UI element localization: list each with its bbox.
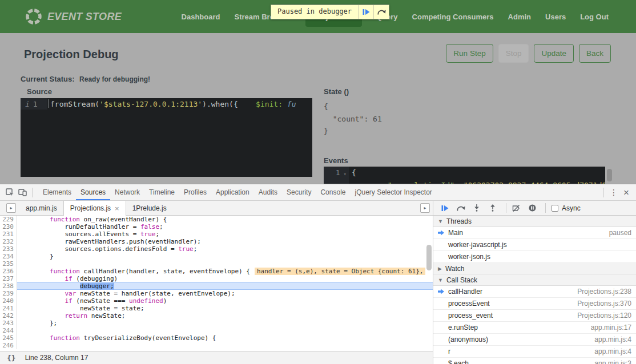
code-line[interactable]: 231 sources.allEvents = true; [0, 230, 433, 238]
code-line-content[interactable] [17, 342, 433, 349]
call-stack-frame[interactable]: processEventProjections.js:370 [433, 298, 636, 310]
inspect-element-icon[interactable] [3, 186, 16, 199]
code-line-content[interactable]: if (debugging) [17, 275, 433, 282]
line-number[interactable]: 246 [0, 342, 17, 349]
nav-item-dashboard[interactable]: Dashboard [182, 13, 220, 21]
threads-section-header[interactable]: ▼ Threads [433, 216, 636, 227]
code-line-content[interactable] [17, 260, 433, 268]
call-stack-frame[interactable]: rapp.min.js:4 [433, 346, 636, 358]
code-editor[interactable]: 229 function on_raw(eventHandler) {230 r… [0, 216, 433, 351]
call-stack-section-header[interactable]: ▼ Call Stack [433, 274, 636, 286]
pause-on-exceptions-icon[interactable] [526, 202, 538, 215]
code-line[interactable]: 244 [0, 327, 433, 334]
code-line[interactable]: 229 function on_raw(eventHandler) { [0, 216, 433, 223]
code-line[interactable]: 233 sources.options.definesFold = true; [0, 245, 433, 253]
call-stack-frame[interactable]: callHandlerProjections.js:238 [433, 286, 636, 298]
more-options-icon[interactable]: ⋮ [607, 186, 620, 199]
code-line-content[interactable]: }; [17, 319, 433, 327]
line-number[interactable]: 237 [0, 275, 17, 282]
code-line[interactable]: 246 [0, 342, 433, 349]
line-number[interactable]: 243 [0, 319, 17, 327]
devtools-tab-elements[interactable]: Elements [38, 184, 76, 200]
nav-item-users[interactable]: Users [545, 13, 566, 21]
step-over-icon[interactable] [454, 202, 467, 215]
devtools-tab-sources[interactable]: Sources [76, 184, 110, 200]
step-out-icon[interactable] [486, 202, 499, 215]
call-stack-frame[interactable]: process_eventProjections.js:120 [433, 310, 636, 322]
source-gutter[interactable]: i 1 [21, 98, 47, 110]
line-number[interactable]: 242 [0, 312, 17, 319]
devtools-tab-profiles[interactable]: Profiles [179, 184, 211, 200]
code-line[interactable]: 235 [0, 260, 433, 268]
devtools-tab-audits[interactable]: Audits [254, 184, 282, 200]
watch-section-header[interactable]: ▶ Watch [433, 263, 636, 274]
code-line[interactable]: 230 runDefaultHandler = false; [0, 223, 433, 230]
file-tab-app-min-js[interactable]: app.min.js [19, 201, 63, 215]
code-line[interactable]: 245 function tryDeserializeBody(eventEnv… [0, 334, 433, 342]
code-line-content[interactable] [17, 327, 433, 334]
code-line-content[interactable]: sources.allEvents = true; [17, 230, 433, 238]
code-line[interactable]: 242 return newState; [0, 312, 433, 319]
line-number[interactable]: 234 [0, 253, 17, 260]
line-number[interactable]: 235 [0, 260, 17, 268]
line-number[interactable]: 232 [0, 238, 17, 245]
line-number[interactable]: 239 [0, 290, 17, 297]
code-line-content[interactable]: function callHandler(handler, state, eve… [17, 268, 433, 275]
close-tab-icon[interactable]: × [115, 204, 119, 213]
devtools-tab-jquery-selector-inspector[interactable]: jQuery Selector Inspector [350, 184, 436, 200]
resume-icon[interactable] [358, 5, 373, 19]
async-checkbox[interactable] [552, 205, 558, 212]
events-editor[interactable]: 1 ▾ { "correlationId": "06303703-8837-44… [324, 167, 605, 184]
call-stack-frame[interactable]: (anonymous)app.min.js:4 [433, 334, 636, 346]
code-line-content[interactable]: function tryDeserializeBody(eventEnvelop… [17, 334, 433, 342]
code-line[interactable]: 241 newState = state; [0, 305, 433, 312]
thread-row[interactable]: Mainpaused [433, 227, 636, 239]
devtools-tab-timeline[interactable]: Timeline [144, 184, 179, 200]
code-line-content[interactable]: function on_raw(eventHandler) { [17, 216, 433, 223]
thread-row[interactable]: worker-javascript.js [433, 239, 636, 251]
line-number[interactable]: 240 [0, 297, 17, 305]
line-number[interactable]: 238 [0, 282, 17, 290]
devtools-tab-security[interactable]: Security [282, 184, 316, 200]
nav-item-competing-consumers[interactable]: Competing Consumers [412, 13, 494, 21]
pretty-print-icon[interactable]: {} [7, 354, 16, 362]
devtools-tab-network[interactable]: Network [110, 184, 144, 200]
devtools-tab-application[interactable]: Application [211, 184, 254, 200]
line-number[interactable]: 244 [0, 327, 17, 334]
code-line[interactable]: 236 function callHandler(handler, state,… [0, 268, 433, 275]
events-code-line1[interactable]: { [349, 167, 356, 179]
fold-arrow-icon[interactable]: ▾ [344, 168, 347, 179]
code-line-content[interactable]: runDefaultHandler = false; [17, 223, 433, 230]
show-navigator-icon[interactable]: ▸ [6, 203, 16, 213]
code-line-content[interactable]: sources.options.definesFold = true; [17, 245, 433, 253]
code-line-content[interactable]: rawEventHandlers.push(eventHandler); [17, 238, 433, 245]
code-line[interactable]: 239 var newState = handler(state, eventE… [0, 290, 433, 297]
call-stack-frame[interactable]: e.runStepapp.min.js:17 [433, 322, 636, 334]
deactivate-breakpoints-icon[interactable] [510, 202, 522, 215]
source-editor[interactable]: i 1 fromStream('$stats-127.0.0.1:2113').… [21, 98, 312, 177]
code-line-content[interactable]: var newState = handler(state, eventEnvel… [17, 290, 433, 297]
code-line-content[interactable]: if (newState === undefined) [17, 297, 433, 305]
source-code-line[interactable]: fromStream('$stats-127.0.0.1:2113').when… [47, 98, 296, 110]
file-tab-projections-js[interactable]: Projections.js× [63, 201, 126, 216]
events-code-line2[interactable]: "correlationId": "06303703-8837-4464-860… [349, 179, 605, 184]
line-number[interactable]: 230 [0, 223, 17, 230]
code-line-content[interactable]: return newState; [17, 312, 433, 319]
step-into-icon[interactable] [470, 202, 483, 215]
eventstore-logo[interactable]: EVENT STORE [25, 8, 122, 25]
device-toolbar-icon[interactable] [16, 186, 29, 199]
call-stack-frame[interactable]: $.eachapp.min.js:3 [433, 358, 636, 364]
code-line[interactable]: 237 if (debugging) [0, 275, 433, 282]
code-line[interactable]: 232 rawEventHandlers.push(eventHandler); [0, 238, 433, 245]
line-number[interactable]: 241 [0, 305, 17, 312]
events-scrollbar-thumb[interactable] [607, 169, 612, 181]
devtools-tab-console[interactable]: Console [316, 184, 350, 200]
file-tab-1prelude-js[interactable]: 1Prelude.js [126, 201, 173, 215]
execution-line[interactable]: 238 debugger; [0, 282, 433, 290]
back-button[interactable]: Back [579, 44, 611, 63]
line-number[interactable]: 233 [0, 245, 17, 253]
code-vertical-scrollbar-thumb[interactable] [426, 245, 432, 270]
code-line[interactable]: 234 } [0, 253, 433, 260]
line-number[interactable]: 231 [0, 230, 17, 238]
code-line-content[interactable]: newState = state; [17, 305, 433, 312]
